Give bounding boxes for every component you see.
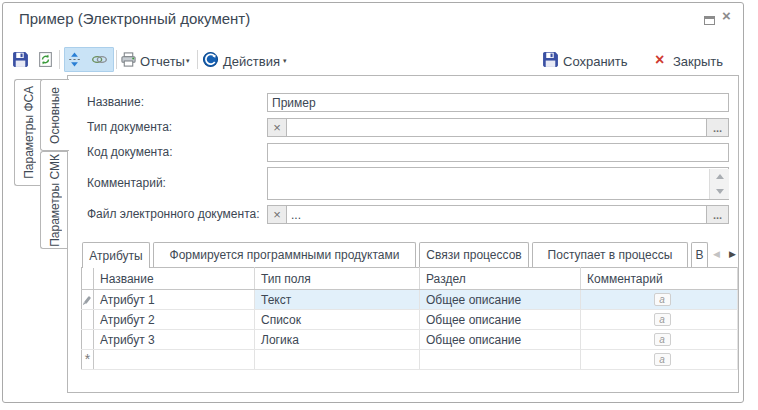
tab-generated-by-products[interactable]: Формируется программными продуктами [153,242,416,267]
close-x-icon[interactable]: × [655,51,664,69]
tabs-scroll-left-icon[interactable]: ◀ [713,248,720,260]
comment-label: Комментарий: [87,174,166,193]
name-label: Название: [87,93,144,112]
tab-enters-processes[interactable]: Поступает в процессы [532,242,688,267]
cell-name[interactable]: Атрибут 3 [94,330,255,350]
toolbar-separator [116,50,117,69]
cell-section[interactable]: Общее описание [420,310,581,330]
row-indicator-header [82,268,94,290]
memo-editor-icon[interactable]: a [654,353,671,366]
cell-field-type[interactable] [255,350,420,370]
doc-type-input[interactable] [286,118,707,137]
printer-icon[interactable] [120,51,137,68]
file-picker-button[interactable]: ... [706,205,729,224]
side-tab-fsa-params[interactable]: Параметры ФСА [14,79,42,186]
actions-dropdown-icon[interactable]: ▾ [283,57,287,65]
col-header-comment[interactable]: Комментарий [581,268,738,290]
cell-comment[interactable]: a [581,290,738,310]
link-icon[interactable] [91,51,108,68]
file-input[interactable] [286,205,707,224]
col-header-name[interactable]: Название [94,268,255,290]
memo-editor-icon[interactable]: a [654,293,671,306]
scroll-up-icon[interactable] [710,169,729,184]
close-main-button[interactable]: Закрыть [673,54,723,69]
doc-type-clear-icon[interactable]: × [267,118,287,137]
doc-code-label: Код документа: [87,143,173,162]
reports-dropdown-icon[interactable]: ▾ [186,57,190,65]
col-header-section[interactable]: Раздел [420,268,581,290]
window-title: Пример (Электронный документ) [19,10,250,27]
attributes-grid: Название Тип поля Раздел Комментарий Атр… [81,267,738,370]
actions-button[interactable]: Действия [223,54,280,69]
side-tab-main[interactable]: Основные [40,79,69,151]
save-icon[interactable] [542,51,559,68]
document-card-window: Пример (Электронный документ) × [2,2,744,403]
toolbar-separator [197,50,198,69]
expand-collapse-icon[interactable] [66,51,83,68]
cell-section[interactable]: Общее описание [420,330,581,350]
cell-comment[interactable]: a [581,350,738,370]
comment-textarea[interactable] [267,167,729,200]
table-row[interactable]: Атрибут 1 Текст Общее описание a [82,290,738,310]
tab-attributes[interactable]: Атрибуты [82,242,150,268]
table-row[interactable]: Атрибут 2 Список Общее описание a [82,310,738,330]
file-clear-icon[interactable]: × [267,205,287,224]
table-row[interactable]: Атрибут 3 Логика Общее описание a [82,330,738,350]
name-input[interactable] [267,93,729,112]
tab-truncated[interactable]: В [691,242,708,267]
cell-field-type[interactable]: Логика [255,330,420,350]
col-header-field-type[interactable]: Тип поля [255,268,420,290]
new-row-indicator: * [82,350,94,370]
refresh-document-icon[interactable] [37,51,54,68]
cell-field-type[interactable]: Список [255,310,420,330]
maximize-icon[interactable] [704,16,715,25]
memo-editor-icon[interactable]: a [654,333,671,346]
file-label: Файл электронного документа: [87,205,260,224]
cell-section[interactable] [420,350,581,370]
cell-comment[interactable]: a [581,330,738,350]
cell-name[interactable] [94,350,255,370]
cell-comment[interactable]: a [581,310,738,330]
actions-globe-icon[interactable] [202,51,219,68]
memo-editor-icon[interactable]: a [654,313,671,326]
cell-name[interactable]: Атрибут 2 [94,310,255,330]
edit-pencil-icon [82,290,94,310]
tab-process-links[interactable]: Связи процессов [419,242,529,267]
new-row[interactable]: * a [82,350,738,370]
save-icon[interactable] [12,51,29,68]
content-panel: Название: Тип документа: × ... Код докум… [67,75,739,393]
doc-code-input[interactable] [267,143,729,162]
toolbar-separator [59,50,60,69]
save-main-button[interactable]: Сохранить [563,54,628,69]
screen: Пример (Электронный документ) × [0,0,758,410]
cell-name[interactable]: Атрибут 1 [94,290,255,310]
cell-field-type[interactable]: Текст [255,290,420,310]
cell-section[interactable]: Общее описание [420,290,581,310]
side-tab-smk-params[interactable]: Параметры СМК [40,151,68,249]
comment-scroll-control [709,169,729,199]
window-close-icon[interactable]: × [722,7,731,24]
grid-header-row: Название Тип поля Раздел Комментарий [82,268,738,290]
scroll-down-icon[interactable] [710,184,729,199]
doc-type-label: Тип документа: [87,118,172,137]
tabs-scroll-right-icon[interactable]: ▶ [729,248,736,260]
reports-button[interactable]: Отчеты [140,54,185,69]
doc-type-picker-button[interactable]: ... [706,118,729,137]
